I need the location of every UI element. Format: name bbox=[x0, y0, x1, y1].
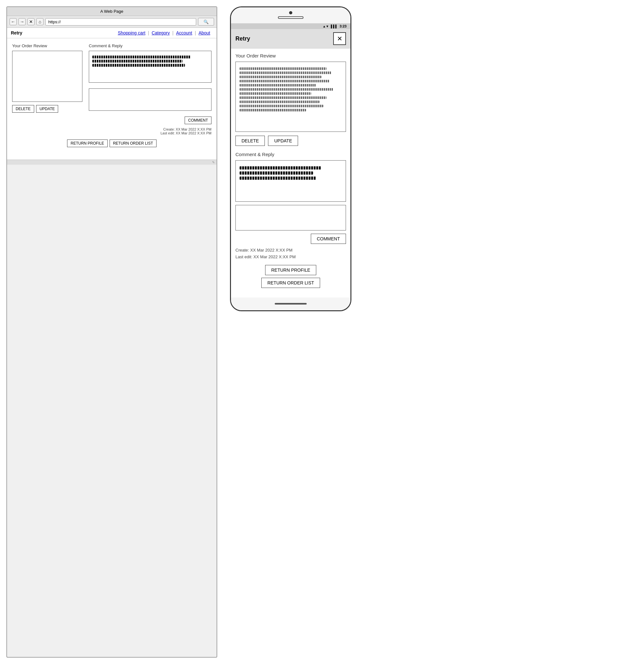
comment-reply-title: Comment & Reply bbox=[89, 43, 212, 48]
order-review-section: Your Order Review DELETE UPDATE bbox=[12, 43, 82, 135]
bottom-actions: RETURN PROFILE RETURN ORDER LIST bbox=[12, 140, 212, 147]
ph-bold-1 bbox=[240, 166, 321, 169]
delete-button[interactable]: DELETE bbox=[12, 105, 34, 113]
ph-scribble-9 bbox=[240, 101, 319, 103]
phone-timestamps: Create: XX Mar 2022 X:XX PM Last edit: X… bbox=[236, 247, 346, 261]
nav-about[interactable]: About bbox=[196, 30, 213, 36]
comment-btn-row: COMMENT bbox=[89, 117, 212, 124]
comment-line-1 bbox=[92, 56, 191, 58]
ph-scribble-8 bbox=[240, 97, 326, 99]
ph-scribble-1 bbox=[240, 67, 326, 70]
phone-comment-reply-title: Comment & Reply bbox=[236, 152, 346, 157]
phone-bottom bbox=[231, 297, 350, 310]
phone-last-edit: Last edit: XX Mar 2022 X:XX PM bbox=[236, 254, 346, 261]
phone-nav-bar: Retry ✕ bbox=[231, 29, 350, 48]
site-brand: Retry bbox=[11, 30, 22, 36]
browser-navbar: Retry Shopping cart | Category | Account… bbox=[7, 28, 217, 38]
comment-replies-box bbox=[89, 51, 212, 83]
phone-status-bar: ▲▼ ▌▌▌ 3:23 bbox=[231, 23, 350, 29]
close-icon: ✕ bbox=[337, 35, 342, 42]
create-time: Create: XX Mar 2022 X:XX PM bbox=[89, 127, 212, 131]
return-profile-button[interactable]: RETURN PROFILE bbox=[67, 140, 108, 147]
close-button[interactable]: ✕ bbox=[27, 18, 35, 25]
phone-brand: Retry bbox=[236, 36, 250, 42]
phone-delete-button[interactable]: DELETE bbox=[236, 136, 265, 146]
phone-update-button[interactable]: UPDATE bbox=[268, 136, 298, 146]
phone-comment-btn-row: COMMENT bbox=[236, 234, 346, 244]
phone-comment-section: Comment & Reply COMMENT bbox=[236, 152, 346, 244]
phone-comment-replies bbox=[236, 160, 346, 202]
ph-scribble-7 bbox=[240, 92, 311, 95]
clock: 3:23 bbox=[340, 24, 347, 28]
phone-bottom-actions: RETURN PROFILE RETURN ORDER LIST bbox=[236, 265, 346, 288]
url-bar[interactable] bbox=[45, 18, 196, 25]
wifi-icon: ▲▼ bbox=[323, 25, 329, 28]
phone-create-time: Create: XX Mar 2022 X:XX PM bbox=[236, 247, 346, 254]
mobile-phone: ▲▼ ▌▌▌ 3:23 Retry ✕ Your Order Review bbox=[230, 6, 351, 311]
mobile-phone-wrapper: ▲▼ ▌▌▌ 3:23 Retry ✕ Your Order Review bbox=[230, 6, 351, 658]
ph-scribble-2 bbox=[240, 71, 331, 74]
home-bar bbox=[275, 303, 307, 305]
review-text-box bbox=[12, 51, 82, 102]
comment-line-2 bbox=[92, 60, 182, 63]
ph-bold-2 bbox=[240, 171, 313, 174]
ph-scribble-5 bbox=[240, 84, 316, 86]
phone-return-order-list-button[interactable]: RETURN ORDER LIST bbox=[261, 278, 320, 288]
order-review-title: Your Order Review bbox=[12, 43, 82, 48]
phone-comment-input[interactable] bbox=[236, 205, 346, 230]
browser-footer: ✎ bbox=[7, 160, 217, 165]
timestamps: Create: XX Mar 2022 X:XX PM Last edit: X… bbox=[89, 127, 212, 135]
ph-scribble-3 bbox=[240, 76, 321, 78]
phone-review-box bbox=[236, 62, 346, 132]
ph-scribble-6 bbox=[240, 88, 334, 91]
search-button[interactable]: 🔍 bbox=[198, 18, 214, 25]
browser-toolbar: ← → ✕ ⌂ 🔍 bbox=[7, 16, 217, 28]
phone-top bbox=[231, 7, 350, 23]
home-button[interactable]: ⌂ bbox=[36, 18, 43, 25]
phone-content: Your Order Review DELETE UPDATE C bbox=[231, 48, 350, 297]
ph-scribble-10 bbox=[240, 105, 323, 107]
nav-links: Shopping cart | Category | Account | Abo… bbox=[115, 30, 213, 36]
update-button[interactable]: UPDATE bbox=[36, 105, 58, 113]
phone-order-action-row: DELETE UPDATE bbox=[236, 136, 346, 146]
order-action-row: DELETE UPDATE bbox=[12, 105, 82, 113]
forward-button[interactable]: → bbox=[19, 18, 25, 25]
nav-account[interactable]: Account bbox=[174, 30, 195, 36]
comment-input[interactable] bbox=[89, 88, 212, 111]
nav-category[interactable]: Category bbox=[149, 30, 173, 36]
phone-comment-button[interactable]: COMMENT bbox=[311, 234, 346, 244]
return-order-list-button[interactable]: RETURN ORDER LIST bbox=[109, 140, 157, 147]
page-layout: Your Order Review DELETE UPDATE bbox=[12, 43, 212, 135]
back-button[interactable]: ← bbox=[9, 18, 17, 25]
signal-icon: ▌▌▌ bbox=[331, 25, 338, 28]
comment-button[interactable]: COMMENT bbox=[185, 117, 212, 124]
nav-shopping-cart[interactable]: Shopping cart bbox=[115, 30, 148, 36]
browser-titlebar: A Web Page bbox=[7, 7, 217, 16]
speaker-icon bbox=[278, 16, 303, 19]
footer-icon: ✎ bbox=[212, 161, 215, 164]
phone-order-review-title: Your Order Review bbox=[236, 53, 346, 58]
desktop-browser: A Web Page ← → ✕ ⌂ 🔍 Retry Shopping cart… bbox=[6, 6, 217, 658]
ph-scribble-11 bbox=[240, 109, 306, 111]
ph-scribble-4 bbox=[240, 80, 330, 82]
ph-bold-3 bbox=[240, 177, 316, 180]
close-icon-button[interactable]: ✕ bbox=[333, 32, 346, 45]
comment-reply-section: Comment & Reply COMMENT Create: XX Mar 2… bbox=[89, 43, 212, 135]
browser-content: Your Order Review DELETE UPDATE bbox=[7, 38, 217, 160]
phone-return-profile-button[interactable]: RETURN PROFILE bbox=[265, 265, 316, 275]
comment-line-3 bbox=[92, 64, 185, 67]
camera-icon bbox=[289, 11, 292, 14]
browser-title: A Web Page bbox=[100, 9, 123, 14]
last-edit: Last edit: XX Mar 2022 X:XX PM bbox=[89, 131, 212, 135]
